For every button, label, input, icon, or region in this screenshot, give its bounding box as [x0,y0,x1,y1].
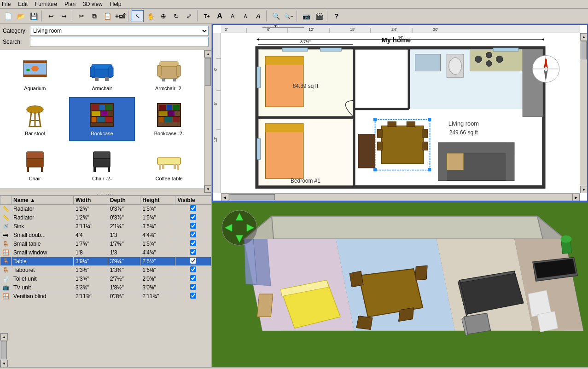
prop-scrollbar-up-btn[interactable]: ▲ [0,333,8,340]
furniture-item-barstool[interactable]: Bar stool [2,97,68,141]
move-button[interactable]: ⊕ [157,10,169,22]
font-small-button[interactable]: A [239,10,251,22]
new-button[interactable]: 📄 [2,10,14,22]
visible-checkbox[interactable] [190,249,196,255]
camera-button[interactable]: 📷 [300,10,312,22]
visible-checkbox[interactable] [190,223,196,229]
row-visible[interactable] [175,222,211,231]
zoom-in-button[interactable]: 🔍 [270,10,282,22]
visible-checkbox[interactable] [190,275,196,281]
menu-file[interactable]: File [2,1,11,7]
prop-scrollbar-thumb[interactable] [1,341,7,359]
menu-furniture[interactable]: Furniture [35,1,57,7]
row-visible[interactable] [175,248,211,257]
font-med-button[interactable]: A [227,10,239,22]
rotate-button[interactable]: ↻ [170,10,182,22]
visible-checkbox[interactable] [190,214,196,220]
table-row[interactable]: 🚽 Toilet unit 1'3¾" 2'7½" 2'0⅜" [0,275,211,283]
svg-marker-167 [464,313,491,334]
row-visible[interactable] [175,292,211,301]
row-visible[interactable] [175,205,211,213]
2d-scrollbar-h[interactable]: ◀ ▶ [221,193,580,201]
help-button[interactable]: ? [331,10,343,22]
floorplan-area[interactable]: My home [221,33,580,193]
font-italic-button[interactable]: A [252,10,264,22]
visible-checkbox[interactable] [190,240,196,246]
row-visible[interactable] [175,266,211,275]
menu-3dview[interactable]: 3D view [83,1,103,7]
col-depth[interactable]: Depth [108,196,140,205]
furniture-item-armchair2[interactable]: Armchair -2- [136,52,202,96]
furniture-scrollbar-v[interactable]: ▲ ▼ [204,50,211,193]
visible-checkbox[interactable] [190,258,196,264]
row-visible[interactable] [175,240,211,248]
visible-checkbox[interactable] [190,266,196,272]
add-furniture-button[interactable]: +🛋 [114,10,126,22]
resize-button[interactable]: ⤢ [183,10,195,22]
table-row[interactable]: 🪑 Tabouret 1'3¾" 1'3¾" 1'6⅛" [0,266,211,275]
table-row[interactable]: 📺 TV unit 3'3⅜" 1'8½" 3'0⅝" [0,283,211,292]
furniture-item-coffee-table[interactable]: Coffee table [136,142,202,186]
furniture-item-bookcase2[interactable]: Bookcase -2- [136,97,202,141]
furniture-item-armchair[interactable]: Armchair [69,52,135,96]
table-row[interactable]: 🚿 Sink 3'11¼" 2'1¼" 3'5¾" [0,222,211,231]
table-row[interactable]: 🪑 Small table 1'7⅝" 1'7⅝" 1'5¾" [0,240,211,248]
open-button[interactable]: 📂 [15,10,27,22]
table-row[interactable]: 🛏 Small doub... 4'4 1'3 4'4¾" [0,231,211,240]
col-name[interactable]: Name ▲ [12,196,74,205]
furniture-item-chair[interactable]: Chair [2,142,68,186]
properties-scrollbar-v[interactable]: ▲ ▼ [0,333,7,367]
2d-scroll-thumb-h[interactable] [229,194,275,200]
furniture-item-chair2[interactable]: Chair -2- [69,142,135,186]
menu-plan[interactable]: Plan [64,1,76,7]
col-width[interactable]: Width [74,196,108,205]
video-button[interactable]: 🎬 [313,10,325,22]
2d-scroll-left-btn[interactable]: ◀ [221,194,228,201]
pan-button[interactable]: ✋ [145,10,157,22]
menu-edit[interactable]: Edit [18,1,28,7]
visible-checkbox[interactable] [190,284,196,290]
row-visible[interactable] [175,257,211,266]
scrollbar-down-btn[interactable]: ▼ [204,185,211,193]
2d-scroll-right-btn[interactable]: ▶ [572,194,580,201]
svg-rect-135 [257,138,260,160]
furniture-item-bookcase[interactable]: Bookcase [69,97,135,141]
2d-scroll-thumb-v[interactable] [581,41,587,59]
table-row[interactable]: 🪑 Table 3'9¼" 3'9¼" 2'5½" [0,257,211,266]
table-row[interactable]: 📏 Radiator 1'2⅝" 0'3⅞" 1'5¾" [0,213,211,222]
furniture-item-aquarium[interactable]: Aquarium [2,52,68,96]
2d-scroll-up-btn[interactable]: ▲ [580,33,588,40]
font-large-button[interactable]: A [214,10,226,22]
2d-scroll-down-btn[interactable]: ▼ [580,186,588,193]
text-add-button[interactable]: T+ [201,10,213,22]
select-button[interactable]: ↖ [132,10,144,22]
row-visible[interactable] [175,275,211,283]
row-visible[interactable] [175,213,211,222]
2d-scrollbar-v[interactable]: ▲ ▼ [580,33,587,193]
category-select[interactable]: Living room Bedroom Kitchen Bathroom Off… [30,26,209,36]
table-row[interactable]: 🪟 Venitian blind 2'11⅞" 0'3⅝" 2'11¾" [0,292,211,301]
save-button[interactable]: 💾 [28,10,40,22]
prop-scrollbar-down-btn[interactable]: ▼ [0,360,8,367]
menu-help[interactable]: Help [110,1,122,7]
col-height[interactable]: Height [140,196,175,205]
visible-checkbox[interactable] [190,231,196,237]
copy-button[interactable]: ⧉ [88,10,100,22]
undo-button[interactable]: ↩ [45,10,57,22]
table-row[interactable]: 🪟 Small window 1'8 1'3 4'4¾" [0,248,211,257]
table-row[interactable]: 📏 Radiator 1'2⅝" 0'3⅞" 1'5¾" [0,205,211,213]
cut-button[interactable]: ✂ [76,10,87,22]
3d-view[interactable] [212,202,588,367]
2d-view[interactable]: 0' 6' 12' 18' 24' 30' 44' [212,24,588,202]
row-visible[interactable] [175,283,211,292]
redo-button[interactable]: ↪ [58,10,70,22]
paste-button[interactable]: 📋 [101,10,113,22]
row-visible[interactable] [175,231,211,240]
scrollbar-up-btn[interactable]: ▲ [204,50,211,58]
scrollbar-thumb[interactable] [205,58,211,86]
visible-checkbox[interactable] [190,205,196,211]
col-visible[interactable]: Visible [175,196,211,205]
search-input[interactable] [30,37,209,47]
visible-checkbox[interactable] [190,293,196,299]
zoom-out-button[interactable]: 🔍− [283,10,295,22]
